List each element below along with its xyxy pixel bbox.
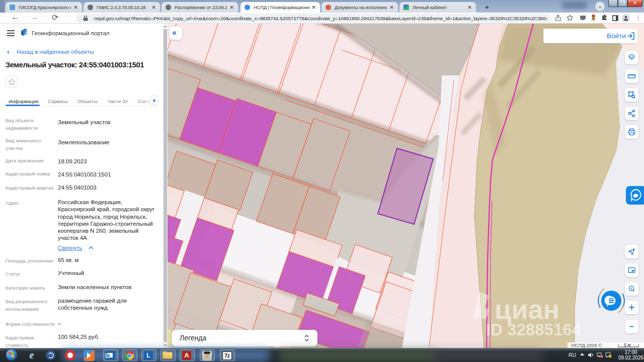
svg-text:ID 32885164: ID 32885164 [486,320,582,339]
svg-text:НСПД 2026 ©: НСПД 2026 © [572,342,602,348]
svg-text:циан: циан [495,294,559,324]
